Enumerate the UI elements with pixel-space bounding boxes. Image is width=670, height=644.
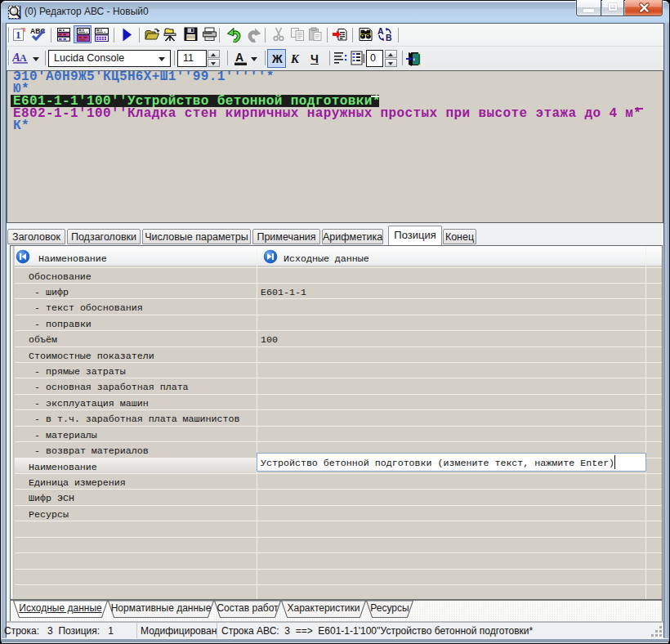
svg-text:B: B <box>386 33 392 42</box>
svg-text:A: A <box>20 52 27 64</box>
svg-text:A: A <box>377 27 384 36</box>
svg-text:1: 1 <box>16 29 21 41</box>
svg-text:A: A <box>235 51 243 64</box>
